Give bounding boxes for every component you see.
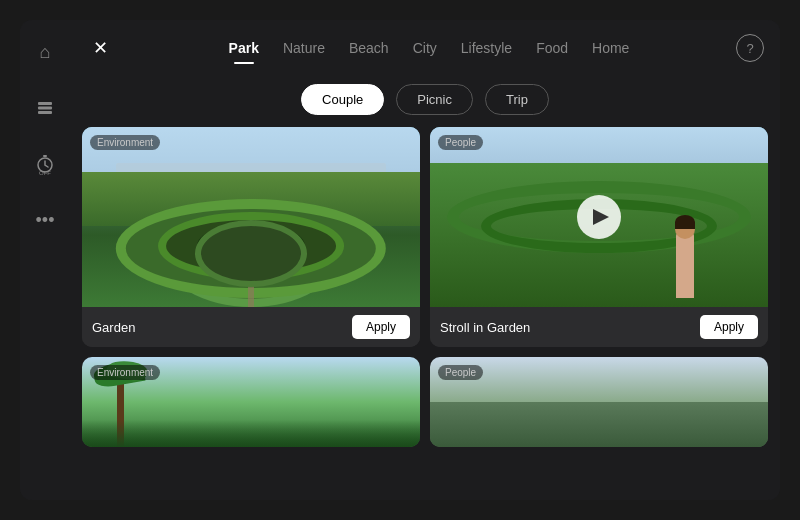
tab-city[interactable]: City: [403, 34, 447, 62]
bottom-card-right: People: [430, 357, 768, 447]
card-garden-image: Environment: [82, 127, 420, 307]
subtab-couple[interactable]: Couple: [301, 84, 384, 115]
garden-footer: Garden Apply: [82, 307, 420, 347]
sub-tabs: Couple Picnic Trip: [70, 76, 780, 123]
svg-text:OFF: OFF: [39, 170, 51, 175]
tab-food[interactable]: Food: [526, 34, 578, 62]
card-stroll: People Stroll in Garden Apply: [430, 127, 768, 347]
main-panel: ✕ Park Nature Beach City Lifestyle Food …: [70, 20, 780, 500]
tab-lifestyle[interactable]: Lifestyle: [451, 34, 522, 62]
tab-beach[interactable]: Beach: [339, 34, 399, 62]
subtab-picnic[interactable]: Picnic: [396, 84, 473, 115]
tab-nature[interactable]: Nature: [273, 34, 335, 62]
content-area: Environment Garden Apply: [70, 123, 780, 500]
bottom-right-badge: People: [438, 365, 483, 380]
stroll-title: Stroll in Garden: [440, 320, 530, 335]
card-garden: Environment Garden Apply: [82, 127, 420, 347]
layers-icon[interactable]: [29, 92, 61, 124]
garden-badge: Environment: [90, 135, 160, 150]
stroll-footer: Stroll in Garden Apply: [430, 307, 768, 347]
sidebar: ⌂ OFF •••: [20, 20, 70, 500]
stroll-badge: People: [438, 135, 483, 150]
garden-apply-button[interactable]: Apply: [352, 315, 410, 339]
svg-rect-4: [43, 155, 47, 157]
tab-park[interactable]: Park: [219, 34, 269, 62]
more-icon[interactable]: •••: [29, 204, 61, 236]
stroll-apply-button[interactable]: Apply: [700, 315, 758, 339]
cards-grid: Environment Garden Apply: [82, 127, 768, 347]
garden-title: Garden: [92, 320, 135, 335]
nav-tabs: Park Nature Beach City Lifestyle Food Ho…: [122, 34, 736, 62]
card-stroll-image: People: [430, 127, 768, 307]
timer-icon[interactable]: OFF: [29, 148, 61, 180]
svg-rect-1: [38, 107, 52, 110]
garden-background: [82, 127, 420, 307]
bottom-left-badge: Environment: [90, 365, 160, 380]
close-button[interactable]: ✕: [86, 34, 114, 62]
subtab-trip[interactable]: Trip: [485, 84, 549, 115]
bottom-card-left: Environment: [82, 357, 420, 447]
help-button[interactable]: ?: [736, 34, 764, 62]
bottom-cards: Environment People: [82, 357, 768, 447]
home-icon[interactable]: ⌂: [29, 36, 61, 68]
play-button[interactable]: [577, 195, 621, 239]
app-container: ⌂ OFF ••• ✕ Park Nature Bea: [20, 20, 780, 500]
svg-rect-2: [38, 111, 52, 114]
tab-home[interactable]: Home: [582, 34, 639, 62]
svg-rect-0: [38, 102, 52, 105]
header: ✕ Park Nature Beach City Lifestyle Food …: [70, 20, 780, 76]
